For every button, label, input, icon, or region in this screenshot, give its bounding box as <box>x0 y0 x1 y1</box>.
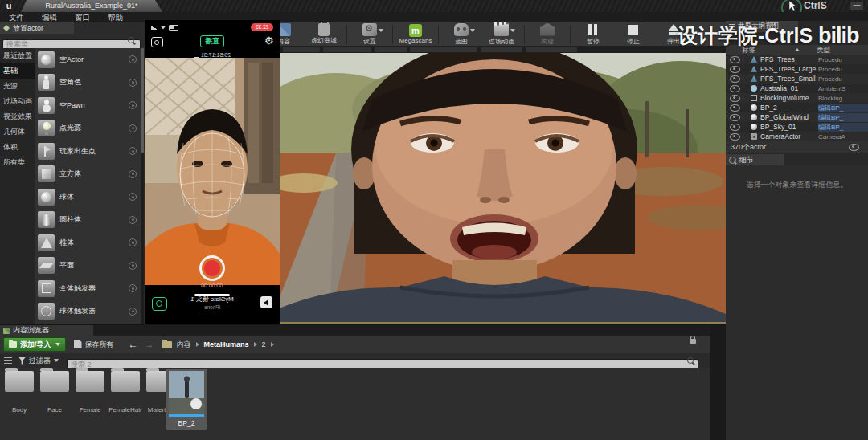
folder-female[interactable]: Female <box>72 371 108 414</box>
toolbar-pause-button[interactable]: 暂停 <box>573 23 613 46</box>
visibility-eye-icon[interactable] <box>730 75 740 83</box>
table-row[interactable]: Australia_01AmbientS <box>726 84 868 93</box>
list-item[interactable]: 空Actor <box>35 48 141 71</box>
visibility-eye-icon[interactable] <box>730 95 740 102</box>
table-row[interactable]: CameraActorCameraA <box>726 132 868 141</box>
visibility-eye-icon[interactable] <box>730 104 740 112</box>
table-row[interactable]: BP_Sky_01编辑BP_ <box>726 122 868 132</box>
back-button[interactable]: ← <box>129 339 138 350</box>
drag-handle-icon[interactable] <box>129 101 137 109</box>
menu-edit[interactable]: 编辑 <box>33 12 66 22</box>
list-item[interactable]: 球体 <box>35 185 141 209</box>
category-cinematic[interactable]: 过场动画 <box>0 94 35 109</box>
speaker-icon[interactable] <box>260 296 272 308</box>
content-browser-tab[interactable]: 内容浏览器 <box>0 325 93 336</box>
list-item[interactable]: 平面 <box>35 255 141 278</box>
category-recent[interactable]: 最近放置 <box>0 48 35 63</box>
menu-help[interactable]: 帮助 <box>99 12 132 22</box>
details-tab[interactable]: 细节 <box>726 154 784 165</box>
table-row[interactable]: PFS_TreesProcedu <box>726 55 868 64</box>
table-row[interactable]: PFS_Trees_LargeProcedu <box>726 64 868 74</box>
drag-handle-icon[interactable] <box>129 216 137 224</box>
category-vfx[interactable]: 视觉效果 <box>0 109 35 124</box>
scrollbar[interactable] <box>141 48 144 324</box>
visibility-eye-icon[interactable] <box>730 133 740 141</box>
toolbar-megascans-button[interactable]: m Megascans <box>395 24 436 44</box>
world-outliner-tab[interactable]: 世界大纲视图 <box>726 21 798 32</box>
drag-handle-icon[interactable] <box>129 308 137 316</box>
breadcrumb-content[interactable]: 内容 <box>177 340 191 350</box>
outliner-column-header[interactable]: 标签 类型 <box>726 45 868 55</box>
face-tracking-icon[interactable] <box>151 37 163 47</box>
toolbar-cinematics-button[interactable]: 过场动画 <box>481 23 522 46</box>
list-item[interactable]: 玩家出生点 <box>35 140 141 163</box>
list-item[interactable]: 椎体 <box>35 231 141 255</box>
drag-handle-icon[interactable] <box>129 147 137 155</box>
category-all-classes[interactable]: 所有类 <box>0 155 35 170</box>
list-item[interactable]: 圆柱体 <box>35 209 141 232</box>
folder-face[interactable]: Face <box>37 371 72 414</box>
category-lights[interactable]: 光源 <box>0 79 35 94</box>
add-import-button[interactable]: 添加/导入 <box>3 337 66 352</box>
forward-button[interactable]: → <box>145 339 154 350</box>
live-badge[interactable]: 直播 <box>200 35 224 47</box>
visibility-eye-icon[interactable] <box>849 144 859 151</box>
folder-body[interactable]: Body <box>2 371 37 414</box>
sources-list-icon[interactable] <box>4 357 12 365</box>
drag-handle-icon[interactable] <box>129 262 137 270</box>
table-row[interactable]: BlockingVolumeBlocking <box>726 93 868 103</box>
column-label[interactable]: 标签 <box>742 45 755 55</box>
visibility-eye-icon[interactable] <box>730 66 740 73</box>
list-item[interactable]: 立方体 <box>35 163 141 186</box>
viewport-toolbar[interactable] <box>280 47 726 53</box>
breadcrumb-metahumans[interactable]: MetaHumans <box>204 340 249 348</box>
asset-bp2-selected[interactable]: BP_2 <box>166 369 207 430</box>
list-item[interactable]: 空角色 <box>35 71 141 95</box>
table-row[interactable]: PFS_Trees_SmallProcedu <box>726 74 868 84</box>
level-tab[interactable]: RuralAustralia_Example_01* <box>21 0 162 12</box>
edit-blueprint-link[interactable]: 编辑BP_ <box>818 123 868 132</box>
drag-handle-icon[interactable] <box>129 170 137 178</box>
breadcrumb-2[interactable]: 2 <box>262 340 266 348</box>
drag-handle-icon[interactable] <box>129 284 137 292</box>
drag-handle-icon[interactable] <box>129 193 137 201</box>
menu-window[interactable]: 窗口 <box>66 12 99 22</box>
gear-icon[interactable]: ⚙ <box>264 35 274 47</box>
category-basic[interactable]: 基础 <box>0 63 35 79</box>
visibility-eye-icon[interactable] <box>730 56 740 63</box>
table-row[interactable]: BP_2编辑BP_ <box>726 103 868 112</box>
category-geometry[interactable]: 几何体 <box>0 124 35 140</box>
edit-blueprint-link[interactable]: 编辑BP_ <box>818 104 868 112</box>
filter-label[interactable]: 过滤器 <box>29 356 51 366</box>
record-button[interactable] <box>199 255 225 281</box>
toolbar-eject-button[interactable]: 弹出 <box>653 23 694 46</box>
toolbar-stop-button[interactable]: 停止 <box>613 23 653 46</box>
list-item[interactable]: 球体触发器 <box>35 300 141 324</box>
drag-handle-icon[interactable] <box>129 79 137 87</box>
table-row[interactable]: BP_GlobalWind编辑BP_ <box>726 112 868 122</box>
menu-file[interactable]: 文件 <box>0 12 33 22</box>
toolbar-marketplace-button[interactable]: 虚幻商城 <box>304 23 344 45</box>
lock-icon[interactable] <box>690 339 696 344</box>
save-all-button[interactable]: 保存所有 <box>74 340 114 350</box>
place-actors-tab[interactable]: 放置actor <box>0 22 74 34</box>
visibility-eye-icon[interactable] <box>730 114 740 121</box>
folder-femalehair[interactable]: FemaleHair <box>108 371 143 414</box>
filter-funnel-icon[interactable] <box>18 357 26 365</box>
list-item[interactable]: 点光源 <box>35 117 141 141</box>
edit-blueprint-link[interactable]: 编辑BP_ <box>818 113 868 122</box>
list-item[interactable]: 空Pawn <box>35 94 141 117</box>
toolbar-blueprints-button[interactable]: 蓝图 <box>441 23 481 46</box>
toolbar-build-button[interactable]: 构建 <box>527 23 567 46</box>
drag-handle-icon[interactable] <box>129 55 137 63</box>
toolbar-settings-button[interactable]: 设置 <box>350 23 390 46</box>
column-type[interactable]: 类型 <box>817 45 830 55</box>
home-indicator[interactable] <box>194 294 230 296</box>
list-item[interactable]: 盒体触发器 <box>35 277 141 300</box>
category-volumes[interactable]: 体积 <box>0 140 35 155</box>
recording-time-pill[interactable]: 22:35 <box>251 23 273 31</box>
drag-handle-icon[interactable] <box>129 238 137 246</box>
visibility-eye-icon[interactable] <box>730 124 740 131</box>
minimize-button[interactable]: — <box>850 2 863 10</box>
visibility-eye-icon[interactable] <box>730 85 740 92</box>
